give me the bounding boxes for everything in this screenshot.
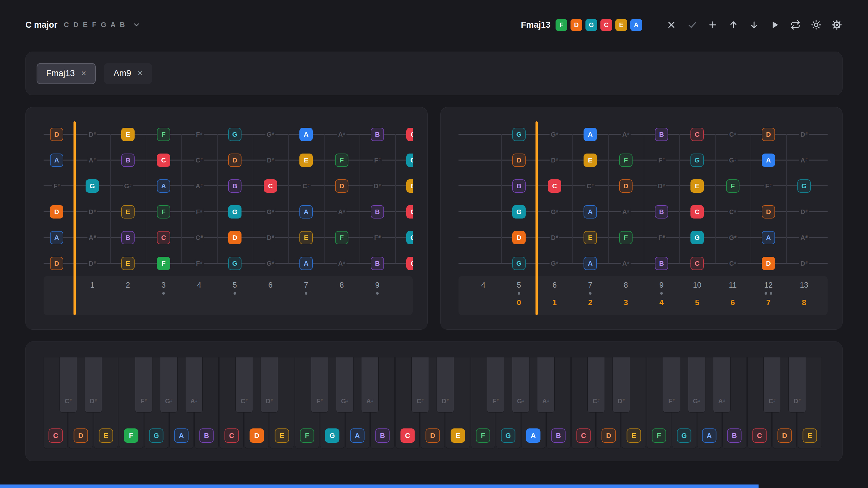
piano-note-chip[interactable]: B <box>551 428 566 443</box>
fret-note-chip[interactable]: F <box>619 231 632 244</box>
fret-note-chip[interactable]: D <box>762 205 775 219</box>
black-key[interactable]: F# <box>135 357 152 412</box>
fret-note-chip[interactable]: E <box>406 179 413 193</box>
fret-note-chip[interactable]: G <box>406 153 413 167</box>
fret-note-chip[interactable]: A <box>584 128 597 141</box>
arrow-up-button[interactable] <box>728 19 739 31</box>
black-key[interactable]: F# <box>487 357 504 412</box>
piano-note-chip[interactable]: E <box>451 428 465 443</box>
fret-note-chip[interactable]: G <box>406 231 413 244</box>
fret-note-chip[interactable]: C <box>406 257 413 270</box>
piano-note-chip[interactable]: D <box>74 428 88 443</box>
fret-note-chip[interactable]: G <box>228 128 242 141</box>
black-key[interactable]: C# <box>411 357 429 412</box>
fret-note-chip[interactable]: F <box>157 205 170 219</box>
tab-close-icon[interactable]: × <box>81 69 86 78</box>
fret-note-chip[interactable]: B <box>121 153 134 167</box>
fret-note-chip[interactable]: D <box>335 179 348 193</box>
fret-note-chip[interactable]: C <box>690 128 704 141</box>
fret-note-chip[interactable]: E <box>300 231 313 244</box>
fret-note-chip[interactable]: G <box>690 231 704 244</box>
piano-note-chip[interactable]: A <box>526 428 540 443</box>
fret-note-chip[interactable]: B <box>655 205 668 219</box>
fret-note-chip[interactable]: A <box>762 153 775 167</box>
black-key[interactable]: G# <box>688 357 705 412</box>
fret-note-chip[interactable]: D <box>228 153 242 167</box>
piano-note-chip[interactable]: D <box>426 428 440 443</box>
black-key[interactable]: A# <box>537 357 555 412</box>
black-key[interactable]: C# <box>763 357 781 412</box>
fret-note-chip[interactable]: G <box>797 179 811 193</box>
fret-note-chip[interactable]: B <box>512 179 526 193</box>
piano-note-chip[interactable]: G <box>149 428 163 443</box>
fret-note-chip[interactable]: A <box>300 257 313 270</box>
fret-note-chip[interactable]: D <box>50 205 63 219</box>
piano-note-chip[interactable]: G <box>677 428 691 443</box>
fret-note-chip[interactable]: E <box>300 153 313 167</box>
fret-note-chip[interactable]: G <box>512 128 526 141</box>
fret-note-chip[interactable]: C <box>548 179 561 193</box>
piano-note-chip[interactable]: F <box>652 428 666 443</box>
fret-note-chip[interactable]: G <box>228 257 242 270</box>
fret-note-chip[interactable]: D <box>512 153 526 167</box>
loop-button[interactable] <box>790 19 801 31</box>
black-key[interactable]: C# <box>236 357 253 412</box>
fret-note-chip[interactable]: E <box>121 257 134 270</box>
piano-note-chip[interactable]: A <box>702 428 717 443</box>
black-key[interactable]: D# <box>85 357 102 412</box>
fret-note-chip[interactable]: B <box>228 179 242 193</box>
black-key[interactable]: G# <box>336 357 353 412</box>
piano-note-chip[interactable]: C <box>225 428 239 443</box>
piano-note-chip[interactable]: A <box>174 428 189 443</box>
fret-note-chip[interactable]: D <box>512 231 526 244</box>
piano-note-chip[interactable]: C <box>577 428 591 443</box>
fret-note-chip[interactable]: B <box>655 128 668 141</box>
sun-button[interactable] <box>810 19 822 31</box>
check-button[interactable] <box>686 19 698 31</box>
black-key[interactable]: G# <box>512 357 529 412</box>
fret-note-chip[interactable]: C <box>690 257 704 270</box>
fret-note-chip[interactable]: E <box>584 231 597 244</box>
piano-note-chip[interactable]: E <box>803 428 817 443</box>
black-key[interactable]: D# <box>613 357 630 412</box>
black-key[interactable]: A# <box>185 357 203 412</box>
fret-note-chip[interactable]: B <box>121 231 134 244</box>
key-selector[interactable]: C major C D E F G A B <box>26 20 141 30</box>
fret-note-chip[interactable]: C <box>406 205 413 219</box>
fret-note-chip[interactable]: C <box>690 205 704 219</box>
fret-note-chip[interactable]: G <box>86 179 99 193</box>
fret-note-chip[interactable]: F <box>619 153 632 167</box>
fret-note-chip[interactable]: F <box>335 231 348 244</box>
fret-note-chip[interactable]: A <box>300 128 313 141</box>
fret-note-chip[interactable]: E <box>584 153 597 167</box>
black-key[interactable]: D# <box>788 357 806 412</box>
piano-note-chip[interactable]: B <box>375 428 390 443</box>
piano-note-chip[interactable]: D <box>250 428 264 443</box>
black-key[interactable]: A# <box>361 357 379 412</box>
piano-note-chip[interactable]: G <box>325 428 340 443</box>
piano-note-chip[interactable]: F <box>300 428 314 443</box>
fret-note-chip[interactable]: A <box>762 231 775 244</box>
piano-note-chip[interactable]: B <box>199 428 214 443</box>
piano-note-chip[interactable]: C <box>752 428 767 443</box>
chord-tab-fmaj13[interactable]: Fmaj13× <box>37 63 96 84</box>
fret-note-chip[interactable]: G <box>690 153 704 167</box>
fret-note-chip[interactable]: C <box>264 179 277 193</box>
piano-note-chip[interactable]: C <box>49 428 63 443</box>
piano-note-chip[interactable]: E <box>275 428 289 443</box>
fret-note-chip[interactable]: B <box>371 257 384 270</box>
fret-note-chip[interactable]: E <box>121 128 134 141</box>
fret-note-chip[interactable]: A <box>157 179 170 193</box>
black-key[interactable]: C# <box>587 357 605 412</box>
piano-note-chip[interactable]: E <box>99 428 113 443</box>
piano-note-chip[interactable]: C <box>401 428 415 443</box>
fret-note-chip[interactable]: C <box>157 231 170 244</box>
fret-note-chip[interactable]: A <box>584 205 597 219</box>
fret-note-chip[interactable]: D <box>50 128 63 141</box>
black-key[interactable]: C# <box>60 357 77 412</box>
black-key[interactable]: D# <box>260 357 278 412</box>
piano-note-chip[interactable]: A <box>350 428 365 443</box>
black-key[interactable]: F# <box>663 357 680 412</box>
fret-note-chip[interactable]: G <box>512 205 526 219</box>
fret-note-chip[interactable]: C <box>157 153 170 167</box>
